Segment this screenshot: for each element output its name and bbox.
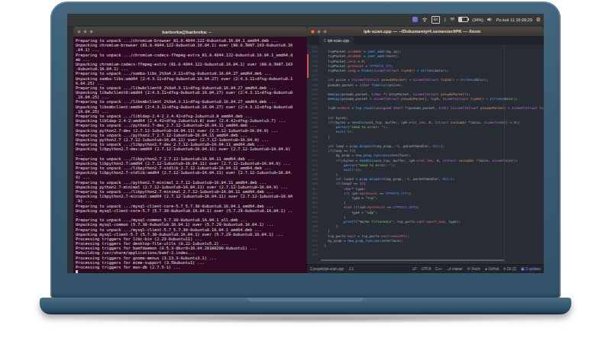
terminal-line: Unpacking python2.7-dev (2.7.12-1ubuntu0… (76, 128, 305, 133)
atom-window-buttons (311, 30, 327, 34)
laptop-shadow (61, 314, 550, 324)
statusbar-item-label: LF (412, 267, 416, 271)
statusbar-item-label: master (452, 267, 463, 271)
terminal-window: barborka@barborka: ~ Preparing to unpack… (73, 27, 307, 273)
bluetooth-icon[interactable]: ᛒ (444, 18, 447, 22)
close-icon[interactable] (77, 30, 81, 34)
atom-window: ipk-scan.cpp — ~/Dokumenty/4.semester/IP… (307, 27, 544, 273)
close-icon[interactable] (311, 30, 315, 34)
volume-icon[interactable] (487, 17, 493, 22)
keyboard-indicator-icon[interactable] (412, 17, 418, 22)
terminal-titlebar[interactable]: barborka@barborka: ~ (73, 27, 307, 37)
horizontal-scrollbar[interactable] (321, 259, 504, 261)
statusbar-item-label: Fetch (471, 267, 480, 271)
statusbar-item-label: GitHub (488, 267, 499, 271)
laptop-base (40, 298, 571, 314)
statusbar-item-label: UTF-8 (421, 267, 431, 271)
terminal-line: Unpacking mysql-client-core-5.7 (5.7.30-… (76, 208, 305, 213)
terminal-line: Unpacking libpython2.7-dev:amd64 (2.7.12… (76, 147, 305, 151)
tab-ipk-scan[interactable]: C ipk-scan.cpp (319, 36, 354, 45)
terminal-output[interactable]: Preparing to unpack .../chromium-browser… (73, 37, 307, 273)
terminal-line: Unpacking mysql-common (5.7.30-0ubuntu0.… (76, 222, 305, 227)
terminal-line: Unpacking libpython2.7-stdlib:amd64 (2.7… (76, 170, 305, 175)
terminal-line: Unpacking libwbclient0:amd64 (2:4.3.11+d… (76, 90, 305, 95)
statusbar-item-label: Git (3) (506, 267, 516, 271)
clock[interactable]: Po kvě 11 16:09:29 (496, 18, 532, 22)
statusbar-item-git-3-[interactable]: ±Git (3) (503, 267, 516, 271)
statusbar-item-utf-8[interactable]: UTF-8 (421, 267, 431, 271)
terminal-line: Unpacking libsmbclient:amd64 (2:4.3.11+d… (76, 105, 305, 109)
minimize-icon[interactable] (83, 30, 87, 34)
terminal-line: Unpacking libpython2.7-minimal:amd64 (2.… (76, 194, 305, 198)
update-icon: ▣ (521, 267, 525, 271)
branch-icon: ⎇ (447, 267, 451, 271)
terminal-line: Preparing to unpack .../chromium-codecs-… (76, 53, 305, 57)
git-icon: ± (503, 267, 506, 271)
code-editor[interactable]: 531532 tcpPacket.srcAddr = inet_addr(my_… (307, 45, 544, 262)
terminal-cursor-line (76, 269, 305, 273)
system-tray: En ᛒ ✉ (34%) Po kvě 11 16:09:29 ⚙ (412, 14, 541, 25)
statusbar-item-fetch[interactable]: ⟳Fetch (467, 267, 480, 271)
session-gear-icon[interactable]: ⚙ (536, 17, 541, 22)
atom-tabbar: C ipk-scan.cpp (307, 36, 544, 45)
terminal-line: Preparing to unpack .../mysql-client-cor… (76, 204, 305, 208)
terminal-cursor (76, 270, 78, 273)
sync-icon: ⟳ (467, 267, 470, 271)
statusbar-item-c-[interactable]: C++ (435, 267, 442, 271)
laptop-base-notch (247, 298, 364, 301)
maximize-icon[interactable] (89, 30, 93, 34)
atom-title: ipk-scan.cpp — ~/Dokumenty/4.semester/IP… (331, 29, 513, 34)
statusbar-item-master[interactable]: ⎇master (447, 267, 463, 271)
file-path[interactable]: 2.projekt/ipk-scan.cpp (310, 267, 344, 271)
maximize-icon[interactable] (323, 30, 327, 34)
statusbar-item-3-updates[interactable]: ▣3 updates (521, 267, 541, 271)
terminal-line: Unpacking samba-libs:amd64 (2:4.3.11+dfs… (76, 76, 305, 81)
code-row: 575 (307, 253, 544, 257)
cpp-file-icon: C (324, 38, 326, 43)
statusbar-item-label: C++ (435, 267, 442, 271)
statusbar-left: 2.projekt/ipk-scan.cpp 1:1 (310, 267, 354, 271)
battery-percentage: (34%) (472, 18, 483, 22)
mail-icon[interactable]: ✉ (451, 17, 454, 22)
terminal-line: Unpacking mysql-client-5.7 (5.7.30-0ubun… (76, 232, 305, 237)
line-number[interactable]: 575 (307, 253, 320, 257)
tab-label: ipk-scan.cpp (328, 38, 349, 43)
statusbar-item-label: 3 updates (525, 267, 541, 271)
terminal-line: Preparing to unpack .../libsmbclient_2%3… (76, 99, 305, 104)
terminal-line: Unpacking chromium-browser (81.0.4044.12… (76, 43, 305, 47)
atom-statusbar: 2.projekt/ipk-scan.cpp 1:1 LFUTF-8C++⎇ma… (307, 264, 544, 273)
cursor-position[interactable]: 1:1 (349, 267, 354, 271)
keyboard-layout-indicator[interactable]: En (432, 16, 440, 24)
minimize-icon[interactable] (317, 30, 321, 34)
statusbar-item-lf[interactable]: LF (412, 267, 416, 271)
wifi-icon[interactable] (422, 17, 428, 22)
terminal-line: Preparing to unpack .../samba-libs_2%3a4… (76, 71, 305, 76)
system-menubar: En ᛒ ✉ (34%) Po kvě 11 16:09:29 ⚙ (67, 14, 544, 25)
code-line (320, 253, 544, 257)
github-icon: ● (485, 267, 487, 271)
terminal-window-buttons (77, 30, 93, 34)
laptop-display: En ᛒ ✉ (34%) Po kvě 11 16:09:29 ⚙ barbor… (67, 14, 544, 273)
battery-icon[interactable] (458, 17, 468, 22)
terminal-title: barborka@barborka: ~ (97, 30, 276, 34)
wrap-guide (504, 45, 505, 262)
statusbar-right: LFUTF-8C++⎇master⟳Fetch●GitHub±Git (3)▣3… (412, 267, 541, 271)
statusbar-item-github[interactable]: ●GitHub (485, 267, 499, 271)
code-rows: 531532 tcpPacket.srcAddr = inet_addr(my_… (307, 45, 544, 257)
atom-titlebar[interactable]: ipk-scan.cpp — ~/Dokumenty/4.semester/IP… (307, 27, 544, 36)
